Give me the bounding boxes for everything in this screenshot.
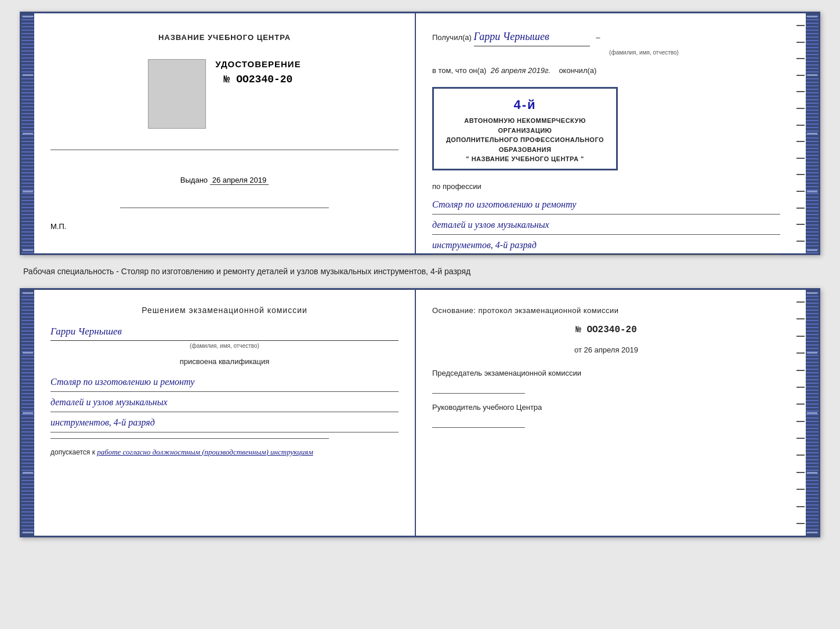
profession-line-2: деталей и узлов музыкальных bbox=[432, 216, 780, 235]
allowed-text: допускается к работе согласно должностны… bbox=[50, 446, 399, 459]
bottom-qual-line-1: Столяр по изготовлению и ремонту bbox=[50, 373, 399, 392]
top-right-page: Получил(а) Гарри Чернышев – (фамилия, им… bbox=[416, 13, 796, 253]
profession-line-3: инструментов, 4-й разряд bbox=[432, 236, 780, 255]
center-head-block: Руководитель учебного Центра bbox=[432, 401, 780, 428]
spine-left-bottom bbox=[21, 290, 34, 536]
issued-date: 26 апреля 2019 bbox=[210, 176, 269, 185]
stamp-line1: АВТОНОМНУЮ НЕКОММЕРЧЕСКУЮ ОРГАНИЗАЦИЮ bbox=[441, 116, 609, 135]
photo-placeholder bbox=[148, 59, 206, 129]
chairman-title: Председатель экзаменационной комиссии bbox=[432, 366, 780, 380]
center-head-signature-line bbox=[432, 416, 525, 428]
training-center-title: НАЗВАНИЕ УЧЕБНОГО ЦЕНТРА bbox=[158, 33, 291, 42]
cert-label: УДОСТОВЕРЕНИЕ bbox=[215, 59, 300, 69]
bottom-person-name: Гарри Чернышев bbox=[50, 323, 399, 341]
spine-right-top bbox=[806, 13, 819, 253]
stamp-box: 4-й АВТОНОМНУЮ НЕКОММЕРЧЕСКУЮ ОРГАНИЗАЦИ… bbox=[432, 87, 618, 170]
specialty-caption: Рабочая специальность - Столяр по изгото… bbox=[12, 266, 470, 278]
issued-label: Выдано bbox=[180, 176, 208, 184]
recipient-name: Гарри Чернышев bbox=[474, 27, 590, 46]
assigned-text: присвоена квалификация bbox=[50, 355, 399, 368]
decision-title: Решением экзаменационной комиссии bbox=[50, 304, 399, 318]
spine-right-bottom bbox=[806, 290, 819, 536]
name-sublabel-top: (фамилия, имя, отчество) bbox=[508, 48, 780, 58]
top-document: НАЗВАНИЕ УЧЕБНОГО ЦЕНТРА УДОСТОВЕРЕНИЕ №… bbox=[20, 12, 820, 255]
chairman-block: Председатель экзаменационной комиссии bbox=[432, 366, 780, 394]
bottom-name-sublabel: (фамилия, имя, отчество) bbox=[50, 341, 399, 351]
right-edge-decoration bbox=[796, 13, 806, 253]
center-head-title: Руководитель учебного Центра bbox=[432, 401, 780, 414]
received-prefix: Получил(а) Гарри Чернышев – bbox=[432, 27, 780, 46]
stamp-line2: ДОПОЛНИТЕЛЬНОГО ПРОФЕССИОНАЛЬНОГО ОБРАЗО… bbox=[441, 135, 609, 154]
mp-label: М.П. bbox=[50, 222, 66, 231]
top-left-page: НАЗВАНИЕ УЧЕБНОГО ЦЕНТРА УДОСТОВЕРЕНИЕ №… bbox=[34, 13, 416, 253]
bottom-right-page: Основание: протокол экзаменационной коми… bbox=[416, 290, 796, 536]
profession-label: по профессии bbox=[432, 180, 780, 193]
spine-left bbox=[21, 13, 34, 253]
right-edge-decoration-bottom bbox=[796, 290, 806, 536]
allowed-italic: работе согласно должностным (производств… bbox=[97, 448, 313, 456]
basis-title: Основание: протокол экзаменационной коми… bbox=[432, 304, 780, 317]
bottom-document: Решением экзаменационной комиссии Гарри … bbox=[20, 288, 820, 537]
profession-line-1: Столяр по изготовлению и ремонту bbox=[432, 195, 780, 214]
bottom-qual-line-3: инструментов, 4-й разряд bbox=[50, 413, 399, 432]
bottom-qual-line-2: деталей и узлов музыкальных bbox=[50, 393, 399, 412]
finished-date: 26 апреля 2019г. bbox=[491, 66, 551, 75]
from-date: от 26 апреля 2019 bbox=[432, 343, 780, 357]
issued-line: Выдано 26 апреля 2019 bbox=[180, 176, 269, 184]
cert-number: № OO2340-20 bbox=[224, 74, 293, 85]
stamp-line3: " НАЗВАНИЕ УЧЕБНОГО ЦЕНТРА " bbox=[441, 154, 609, 164]
date-line: в том, что он(а) 26 апреля 2019г. окончи… bbox=[432, 64, 780, 77]
bottom-left-page: Решением экзаменационной комиссии Гарри … bbox=[34, 290, 416, 536]
chairman-signature-line bbox=[432, 382, 525, 394]
stamp-big-text: 4-й bbox=[441, 93, 609, 117]
protocol-number: № OO2340-20 bbox=[432, 322, 780, 339]
